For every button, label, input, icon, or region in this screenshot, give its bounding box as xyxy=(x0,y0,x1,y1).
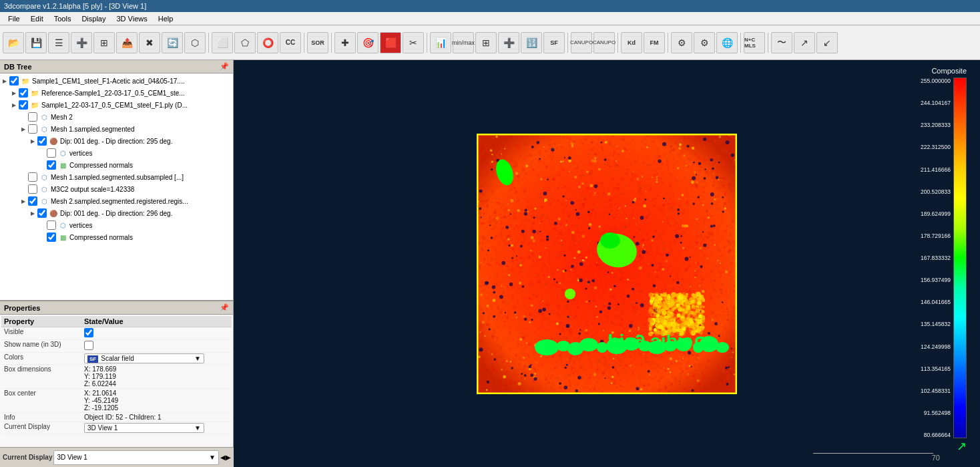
tb-cross[interactable]: ✚ xyxy=(334,32,356,53)
tb-export[interactable]: 📤 xyxy=(116,32,138,53)
tree-checkbox[interactable] xyxy=(47,160,56,170)
tree-checkbox[interactable] xyxy=(28,112,37,122)
tb-polygon[interactable]: ⬠ xyxy=(234,32,256,53)
tb-minmax[interactable]: min/max xyxy=(453,32,474,53)
tree-checkbox[interactable] xyxy=(47,220,56,230)
tree-checkbox[interactable] xyxy=(28,124,37,134)
tree-item[interactable]: ▶🟤Dip: 001 deg. - Dip direction: 295 deg… xyxy=(1,135,232,147)
menu-item-3d views[interactable]: 3D Views xyxy=(111,13,152,24)
viewport-3d[interactable]: Composite 255.000000244.104167233.208333… xyxy=(234,60,980,467)
prop-row: Box centerX: 21.0614Y: -45.2149Z: -19.12… xyxy=(1,389,232,413)
tb-red[interactable]: 🟥 xyxy=(380,32,401,53)
prop-checkbox[interactable] xyxy=(84,328,93,337)
prop-name: Box center xyxy=(4,390,84,397)
menu-item-edit[interactable]: Edit xyxy=(25,13,49,24)
tb-nc-mls[interactable]: N+C MLS xyxy=(744,32,765,53)
tree-checkbox[interactable] xyxy=(47,148,56,158)
tb-settings1[interactable]: ⚙ xyxy=(671,32,692,53)
tb-settings2[interactable]: ⚙ xyxy=(694,32,715,53)
prop-dropdown[interactable]: 3D View 1▼ xyxy=(84,423,204,433)
db-tree-content[interactable]: ▶📁Sample1_CEM1_steel_F1-Acetic acid_04&0… xyxy=(0,73,233,300)
menu-item-file[interactable]: File xyxy=(3,13,25,24)
menu-item-help[interactable]: Help xyxy=(153,13,179,24)
toolbar: 📂 💾 ☰ ➕ ⊞ 📤 ✖ 🔄 ⬡ ⬜ ⬠ ⭕ CC SOR ✚ 🎯 🟥 ✂ 📊… xyxy=(0,25,980,60)
tb-kd[interactable]: Kd xyxy=(621,32,642,53)
tb-cut[interactable]: ✂ xyxy=(403,32,424,53)
tree-checkbox[interactable] xyxy=(37,136,47,146)
tree-item[interactable]: ⬡vertices xyxy=(1,147,232,159)
tree-checkbox[interactable] xyxy=(19,88,28,98)
tb-filter[interactable]: ⬡ xyxy=(184,32,206,53)
tree-checkbox[interactable] xyxy=(28,196,37,206)
tree-item[interactable]: ▶⬡Mesh 1.sampled.segmented xyxy=(1,123,232,135)
prop-value[interactable] xyxy=(84,328,229,339)
properties-pin[interactable]: 📌 xyxy=(220,303,229,312)
db-tree-pin[interactable]: 📌 xyxy=(220,62,229,71)
prop-dropdown[interactable]: SFScalar field▼ xyxy=(84,353,204,363)
colorbar-label: 200.520833 xyxy=(921,188,951,195)
tb-save[interactable]: 💾 xyxy=(25,32,47,53)
tb-cc[interactable]: CC xyxy=(280,32,301,53)
prop-name: Box dimensions xyxy=(4,365,84,373)
menu-item-tools[interactable]: Tools xyxy=(49,13,77,24)
tree-checkbox[interactable] xyxy=(37,208,47,218)
tree-checkbox[interactable] xyxy=(9,76,19,86)
tree-checkbox[interactable] xyxy=(28,184,37,194)
tb-open[interactable]: 📂 xyxy=(3,32,24,53)
tree-item[interactable]: ⬡vertices xyxy=(1,219,232,231)
tree-item[interactable]: ▶📁Sample1_22-03-17_0.5_CEM1_steel_F1.ply… xyxy=(1,99,232,111)
tree-icon-normal: ▩ xyxy=(57,232,68,243)
tree-icon-geo: 🟤 xyxy=(48,208,59,218)
tree-label: Mesh 1.sampled.segmented.subsampled [...… xyxy=(51,174,184,181)
sep3 xyxy=(331,33,332,53)
menu-item-display[interactable]: Display xyxy=(76,13,111,24)
statusbar-dropdown[interactable]: 3D View 1▼ xyxy=(53,450,219,465)
tb-plus2[interactable]: ➕ xyxy=(498,32,519,53)
tb-lasso[interactable]: ⭕ xyxy=(257,32,278,53)
colorbar-label: 102.458331 xyxy=(921,387,951,394)
tb-calc[interactable]: 🔢 xyxy=(521,32,542,53)
tb-merge[interactable]: ⊞ xyxy=(93,32,115,53)
tree-label: Reference-Sample1_22-03-17_0.5_CEM1_ste.… xyxy=(41,90,185,97)
tb-arrow2[interactable]: ↙ xyxy=(816,32,838,53)
tree-icon-normal: ▩ xyxy=(57,160,68,170)
tb-sample[interactable]: 🔄 xyxy=(162,32,183,53)
statusbar-arrows[interactable]: ◀▶ xyxy=(220,454,231,461)
tree-item[interactable]: ▶📁Sample1_CEM1_steel_F1-Acetic acid_04&0… xyxy=(1,75,232,87)
tb-sf[interactable]: SF xyxy=(543,32,565,53)
prop-checkbox[interactable] xyxy=(84,341,93,350)
tree-item[interactable]: ▶⬡Mesh 2.sampled.segmented.registered.re… xyxy=(1,195,232,207)
tb-globe[interactable]: 🌐 xyxy=(716,32,738,53)
tree-checkbox[interactable] xyxy=(47,232,56,242)
prop-value[interactable] xyxy=(84,341,229,351)
tree-item[interactable]: ⬡Mesh 2 xyxy=(1,111,232,123)
tb-add[interactable]: ➕ xyxy=(71,32,92,53)
tb-fm[interactable]: FM xyxy=(644,32,665,53)
tb-canupo-classify[interactable]: CANUPO xyxy=(593,32,615,53)
tb-square[interactable]: ⬜ xyxy=(212,32,233,53)
statusbar-label: Current Display xyxy=(3,454,52,461)
tree-item[interactable]: ▩Compressed normals xyxy=(1,159,232,171)
tree-item[interactable]: ▩Compressed normals xyxy=(1,231,232,243)
tree-checkbox[interactable] xyxy=(19,100,28,110)
colorbar: Composite 255.000000244.104167233.208333… xyxy=(940,67,967,438)
tree-item[interactable]: ⬡Mesh 1.sampled.segmented.subsampled [..… xyxy=(1,171,232,183)
tb-list[interactable]: ☰ xyxy=(48,32,69,53)
tb-delete[interactable]: ✖ xyxy=(139,32,160,53)
prop-value[interactable]: SFScalar field▼ xyxy=(84,353,229,363)
prop-row: Show name (in 3D) xyxy=(1,340,232,353)
tb-arrow1[interactable]: ↗ xyxy=(794,32,815,53)
prop-name: Current Display xyxy=(4,423,84,430)
tree-item[interactable]: ⬡M3C2 output scale=1.42338 xyxy=(1,183,232,195)
tb-sor[interactable]: SOR xyxy=(307,32,328,53)
tb-chart[interactable]: 📊 xyxy=(430,32,451,53)
prop-value[interactable]: 3D View 1▼ xyxy=(84,423,229,433)
tb-pointer[interactable]: 🎯 xyxy=(357,32,379,53)
tree-item[interactable]: ▶🟤Dip: 001 deg. - Dip direction: 296 deg… xyxy=(1,207,232,219)
sep8 xyxy=(740,33,741,53)
tb-table[interactable]: ⊞ xyxy=(475,32,497,53)
tree-item[interactable]: ▶📁Reference-Sample1_22-03-17_0.5_CEM1_st… xyxy=(1,87,232,99)
tb-canupo-create[interactable]: CANUPO xyxy=(571,32,592,53)
tree-checkbox[interactable] xyxy=(28,172,37,182)
tb-curve[interactable]: 〜 xyxy=(771,32,792,53)
